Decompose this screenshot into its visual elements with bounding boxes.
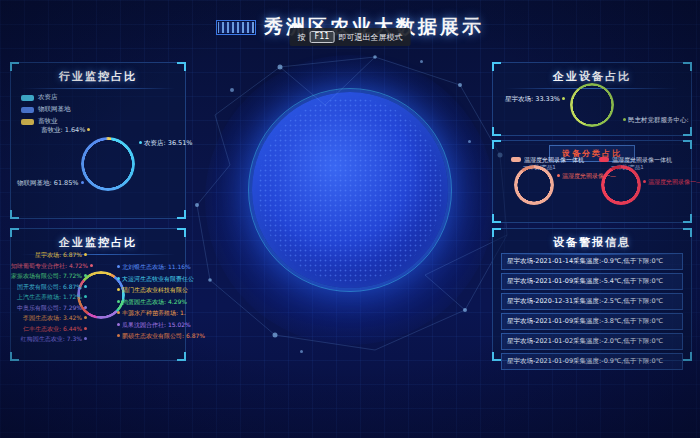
f11-key-badge: F11 <box>310 31 335 43</box>
alarm-row: 星宇农场-2021-01-14采集温度:-0.9℃,低于下限:0℃ <box>501 253 683 270</box>
globe-ring <box>248 88 452 292</box>
panel-title: 企业设备占比 <box>493 63 691 84</box>
pie-label: 鸭蛋园生态农场: 4.29% <box>115 298 187 307</box>
dot-marker <box>84 337 87 340</box>
legend-label: 畜牧业 <box>38 117 58 126</box>
legend-item[interactable]: 畜牧业 <box>21 117 71 126</box>
pie-label: 家振农场有限公司: 7.72% <box>11 272 89 281</box>
pie-label-text: 陆门生态农业科技有限公 <box>122 286 188 293</box>
legend-label: 温湿度光照录像一体机 <box>524 156 584 163</box>
pie-label-text: 瓜果沈园合作社: 15.02% <box>122 321 191 328</box>
dot-marker <box>84 295 87 298</box>
dot-marker <box>84 327 87 330</box>
classification-donut-right[interactable] <box>601 165 641 205</box>
classification-donut-left[interactable] <box>514 165 554 205</box>
callout-text: 温湿度光照录像一— <box>648 178 700 185</box>
slice-label: 物联网基地: 61.85% <box>17 179 86 188</box>
pie-label: 上汽生态养殖场: 1.72% <box>11 293 89 302</box>
alarm-row: 星宇农场-2021-01-09采集温度:-3.8℃,低于下限:0℃ <box>501 313 683 330</box>
dot-marker <box>643 180 646 183</box>
panel-device-ratio: 企业设备占比 星宇农场: 33.33% 民主村党群服务中心: <box>492 62 692 136</box>
slice-label-text: 畜牧业: 1.64% <box>41 126 85 134</box>
dashboard-stage: 秀洲区农业大数据展示 按 F11 即可退出全屏模式 行业监控占比 农资店 物联网… <box>0 0 700 438</box>
slice-label-text: 星宇农场: 33.33% <box>505 95 560 103</box>
spark-dot <box>420 60 423 63</box>
dot-marker <box>81 181 84 184</box>
industry-legend: 农资店 物联网基地 畜牧业 <box>21 93 71 129</box>
industry-donut-chart[interactable] <box>81 137 135 191</box>
dot-marker <box>84 306 87 309</box>
dot-marker <box>117 323 120 326</box>
dot-marker <box>84 285 87 288</box>
pie-label-text: 大运河生态牧业有限责任公 <box>122 275 194 282</box>
pie-label: 瓜果沈园合作社: 15.02% <box>115 321 191 330</box>
donut-callout: 温湿度光照录像一— <box>643 178 700 187</box>
panel-title: 行业监控占比 <box>11 63 185 84</box>
legend-item[interactable]: 物联网基地 <box>21 105 71 114</box>
tip-prefix: 按 <box>298 32 306 43</box>
panel-title: 企业监控占比 <box>11 229 185 250</box>
dot-marker <box>117 300 120 303</box>
legend-swatch <box>21 107 34 113</box>
pie-label-text: 仁丰生态农业: 6.44% <box>23 325 82 332</box>
dot-marker <box>117 311 120 314</box>
dot-marker <box>139 141 142 144</box>
dot-marker <box>84 253 87 256</box>
panel-device-alarms: 设备警报信息 星宇农场-2021-01-14采集温度:-0.9℃,低于下限:0℃… <box>492 228 692 361</box>
pie-label: 北刘银生态农场: 11.16% <box>115 263 191 272</box>
spark-dot <box>300 350 303 353</box>
slice-label: 民主村党群服务中心: <box>621 116 689 125</box>
pie-label-text: 星宇农场: 6.87% <box>35 251 82 258</box>
legend-swatch <box>21 95 34 101</box>
dot-marker <box>87 128 90 131</box>
pie-label: 李园生态农场: 3.42% <box>11 314 89 323</box>
slice-label: 畜牧业: 1.64% <box>41 126 92 135</box>
brand-logo <box>216 20 256 35</box>
title-divider <box>21 88 174 89</box>
pie-label-text: 李园生态农场: 3.42% <box>23 314 82 321</box>
dot-marker <box>623 118 626 121</box>
legend-swatch <box>21 119 34 125</box>
dot-marker <box>562 97 565 100</box>
dot-marker <box>84 316 87 319</box>
pie-label: 红梅园生态农业: 7.3% <box>11 335 89 344</box>
pie-label: 仁丰生态农业: 6.44% <box>11 325 89 334</box>
pie-label-text: 鸭蛋园生态农场: 4.29% <box>122 298 187 305</box>
pie-label-text: 中奥乐有限公司: 7.29% <box>17 304 82 311</box>
pie-label-text: 国开发有限公司: 6.87% <box>17 283 82 290</box>
pie-label-text: 知味葡萄专业合作社: 4.72% <box>11 262 88 269</box>
pie-label: 陆门生态农业科技有限公 <box>115 286 188 295</box>
tip-suffix: 即可退出全屏模式 <box>338 32 402 43</box>
pie-label: 大运河生态牧业有限责任公 <box>115 275 194 284</box>
panel-industry-ratio: 行业监控占比 农资店 物联网基地 畜牧业 畜牧业: 1.64% 农资店: 36.… <box>10 62 186 219</box>
slice-label: 农资店: 36.51% <box>137 139 193 148</box>
dot-marker <box>117 288 120 291</box>
slice-label: 星宇农场: 33.33% <box>505 95 567 104</box>
slice-label-text: 农资店: 36.51% <box>144 139 193 147</box>
legend-swatch <box>511 157 521 162</box>
pie-label-text: 丰源水产种苗养殖场: 1. <box>122 309 186 316</box>
spark-dot <box>230 88 234 92</box>
dot-marker <box>557 174 560 177</box>
dot-marker <box>117 334 120 337</box>
dot-marker <box>117 277 120 280</box>
legend-label: 物联网基地 <box>38 105 71 114</box>
spark-dot <box>468 140 471 143</box>
alarm-row: 星宇农场-2021-01-09采集温度:-0.9℃,低于下限:0℃ <box>501 353 683 370</box>
slice-label-text: 物联网基地: 61.85% <box>17 179 79 187</box>
legend-swatch <box>599 157 609 162</box>
pie-label-text: 鹏硕生态农业有限公司: 6.87% <box>122 332 205 339</box>
pie-label: 国开发有限公司: 6.87% <box>11 283 89 292</box>
slice-label-text: 民主村党群服务中心: <box>628 116 689 124</box>
pie-label-text: 家振农场有限公司: 7.72% <box>11 272 82 279</box>
alarm-row: 星宇农场-2020-12-31采集温度:-2.5℃,低于下限:0℃ <box>501 293 683 310</box>
panel-title: 设备警报信息 <box>493 229 691 250</box>
pie-label: 知味葡萄专业合作社: 4.72% <box>11 262 89 271</box>
pie-label-text: 上汽生态养殖场: 1.72% <box>17 293 82 300</box>
pie-label-text: 北刘银生态农场: 11.16% <box>122 263 191 270</box>
dot-marker <box>90 264 93 267</box>
dot-marker <box>84 274 87 277</box>
legend-label: 温湿度光照录像一体机 <box>612 156 672 163</box>
legend-item[interactable]: 农资店 <box>21 93 71 102</box>
device-donut-chart[interactable] <box>570 83 614 127</box>
